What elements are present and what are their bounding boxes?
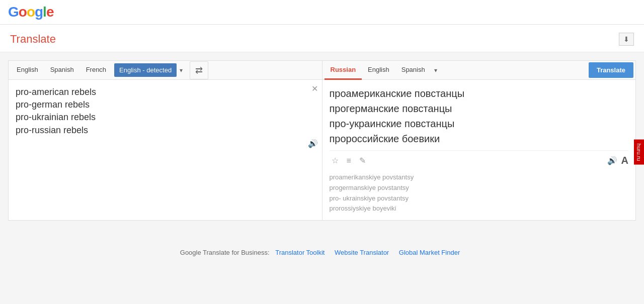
translit-line-1: proamerikanskiye povstantsy <box>330 172 629 183</box>
footer-link-website[interactable]: Website Translator <box>335 249 389 256</box>
target-lang-tabs: Russian English Spanish ▾ Translate <box>323 61 636 80</box>
source-textarea[interactable]: pro-american rebels pro-german rebels pr… <box>9 80 322 150</box>
translation-actions: ☆ ≡ ✎ 🔊 A <box>330 150 629 168</box>
source-lang-french[interactable]: French <box>80 61 112 80</box>
translation-output: проамериканские повстанцы прогерманские … <box>330 86 629 146</box>
header: Google <box>0 0 644 25</box>
swap-languages-button[interactable]: ⇄ <box>190 61 208 79</box>
target-speaker-button[interactable]: 🔊 <box>607 156 617 165</box>
transliteration-output: proamerikanskiye povstantsy progermanski… <box>330 172 629 214</box>
footer-label: Google Translate for Business: <box>180 249 270 256</box>
source-speaker-button[interactable]: 🔊 <box>308 139 318 148</box>
output-area: проамериканские повстанцы прогерманские … <box>323 80 636 220</box>
source-lang-detected[interactable]: English - detected <box>114 63 177 77</box>
target-lang-spanish[interactable]: Spanish <box>395 61 431 80</box>
translate-button[interactable]: Translate <box>589 62 633 78</box>
download-button[interactable]: ⬇ <box>619 33 634 46</box>
main-content: English Spanish French English - detecte… <box>0 52 644 229</box>
left-panel: English Spanish French English - detecte… <box>9 61 323 220</box>
star-button[interactable]: ☆ <box>330 155 341 166</box>
translit-line-3: pro- ukrainskiye povstantsy <box>330 193 629 204</box>
page-title-bar: Translate ⬇ <box>0 25 644 52</box>
translate-container: English Spanish French English - detecte… <box>8 60 636 221</box>
target-lang-english[interactable]: English <box>362 61 395 80</box>
translation-line-1: проамериканские повстанцы <box>330 86 629 101</box>
target-lang-russian[interactable]: Russian <box>325 61 362 80</box>
list-button[interactable]: ≡ <box>345 155 353 166</box>
translit-line-2: progermanskiye povstantsy <box>330 183 629 193</box>
source-lang-spanish[interactable]: Spanish <box>44 61 80 80</box>
right-panel: Russian English Spanish ▾ Translate проа… <box>323 61 636 220</box>
side-sticker[interactable]: huru.ru <box>634 139 644 165</box>
source-lang-tabs: English Spanish French English - detecte… <box>9 61 322 80</box>
source-lang-dropdown[interactable]: ▾ <box>177 63 186 78</box>
footer-link-market[interactable]: Global Market Finder <box>399 249 460 256</box>
source-lang-english[interactable]: English <box>11 61 44 80</box>
edit-button[interactable]: ✎ <box>357 155 368 166</box>
target-lang-dropdown[interactable]: ▾ <box>431 63 440 78</box>
clear-button[interactable]: ✕ <box>311 84 318 93</box>
footer: Google Translate for Business: Translato… <box>0 229 644 266</box>
target-lang-tabs-inner: Russian English Spanish ▾ <box>325 61 585 79</box>
font-size-button[interactable]: A <box>621 155 628 166</box>
translation-line-2: прогерманские повстанцы <box>330 101 629 116</box>
footer-link-toolkit[interactable]: Translator Toolkit <box>275 249 325 256</box>
google-logo: Google <box>8 4 53 20</box>
translation-line-4: пророссийские боевики <box>330 131 629 146</box>
translation-line-3: про-украинские повстанцы <box>330 116 629 131</box>
page-title: Translate <box>10 33 56 46</box>
source-input-area: pro-american rebels pro-german rebels pr… <box>9 80 322 152</box>
translit-line-4: prorossiyskiye boyeviki <box>330 204 629 214</box>
